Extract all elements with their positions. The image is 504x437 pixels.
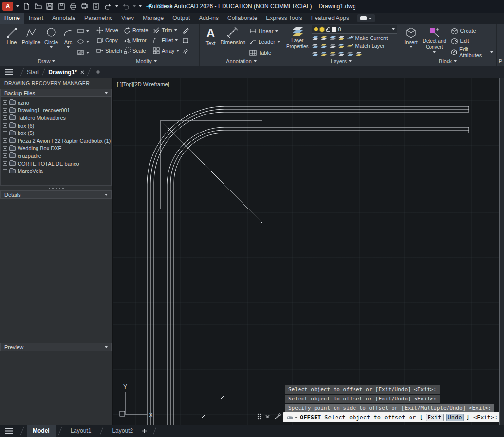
undo-caret-icon[interactable] bbox=[115, 5, 118, 7]
tree-item[interactable]: CORTE TOTAL DE banco bbox=[1, 160, 111, 168]
command-option-undo[interactable]: Undo bbox=[446, 414, 464, 421]
tree-item[interactable]: Pieza 2 Avion F22 Raptor Cardbotix (1) bbox=[1, 137, 111, 145]
detect-convert-tool[interactable]: Detect and Convert bbox=[420, 25, 449, 57]
share-label[interactable]: Share bbox=[157, 3, 173, 10]
layer-unlock-icon[interactable] bbox=[329, 43, 336, 49]
layer-on-all-icon[interactable] bbox=[338, 43, 345, 49]
tab-manage[interactable]: Manage bbox=[138, 13, 168, 24]
tab-drawing1[interactable]: Drawing1* bbox=[48, 69, 84, 76]
layout-menu-icon[interactable] bbox=[0, 428, 18, 434]
layer-thaw-all-icon[interactable] bbox=[320, 43, 327, 49]
edit-attributes-tool[interactable]: Edit Attributes bbox=[451, 47, 493, 57]
rectangle-tool[interactable] bbox=[77, 26, 89, 36]
open-folder-icon[interactable] bbox=[34, 2, 42, 11]
make-current-tool[interactable]: Make Current bbox=[347, 35, 388, 41]
save-icon[interactable] bbox=[45, 2, 54, 11]
layer-merge-icon[interactable] bbox=[329, 51, 336, 57]
hatch-tool[interactable] bbox=[77, 48, 89, 57]
tree-item[interactable]: MarcoVela bbox=[1, 167, 111, 175]
expand-icon[interactable] bbox=[3, 138, 7, 143]
expand-icon[interactable] bbox=[3, 146, 7, 151]
layer-prev-icon[interactable] bbox=[347, 51, 354, 57]
tree-item[interactable]: Drawing1_recover001 bbox=[1, 107, 111, 114]
autocad-logo[interactable]: A bbox=[2, 2, 13, 11]
layer-freeze-icon[interactable] bbox=[329, 36, 336, 41]
layer-lock-tool-icon[interactable] bbox=[338, 36, 345, 41]
expand-icon[interactable] bbox=[3, 153, 7, 158]
tab-home[interactable]: Home bbox=[0, 13, 24, 24]
preview-header[interactable]: Preview bbox=[0, 343, 112, 351]
close-command-icon[interactable] bbox=[265, 415, 270, 419]
expand-icon[interactable] bbox=[3, 161, 7, 166]
tab-parametric[interactable]: Parametric bbox=[80, 13, 117, 24]
create-block-tool[interactable]: Create bbox=[451, 26, 493, 35]
layer-isolate-icon[interactable] bbox=[320, 36, 327, 41]
table-tool[interactable]: Table bbox=[249, 48, 280, 57]
tab-featured-apps[interactable]: Featured Apps bbox=[307, 13, 354, 24]
arc-caret-icon[interactable] bbox=[67, 46, 70, 48]
circle-caret-icon[interactable] bbox=[50, 46, 53, 48]
tab-add-ins[interactable]: Add-ins bbox=[194, 13, 223, 24]
polyline-tool[interactable]: Polyline bbox=[20, 25, 42, 57]
ribbon-options-button[interactable] bbox=[357, 14, 375, 22]
right-panel-sliver[interactable] bbox=[499, 78, 504, 425]
tab-layout1[interactable]: Layout1 bbox=[65, 425, 97, 437]
layer-select-combo[interactable]: 0 bbox=[312, 25, 397, 34]
linear-dimension-tool[interactable]: Linear bbox=[249, 26, 280, 36]
text-tool[interactable]: A Text bbox=[203, 25, 219, 57]
edit-block-tool[interactable]: Edit bbox=[451, 37, 493, 45]
line-tool[interactable]: Line bbox=[3, 25, 20, 57]
batch-plot-icon[interactable] bbox=[80, 2, 89, 11]
expand-icon[interactable] bbox=[3, 169, 7, 173]
mirror-tool[interactable]: Mirror bbox=[124, 35, 153, 45]
close-tab-icon[interactable] bbox=[80, 70, 84, 74]
sheet-set-icon[interactable] bbox=[92, 2, 101, 11]
dimension-tool[interactable]: Dimension bbox=[219, 25, 247, 57]
panel-layers-footer[interactable]: Layers bbox=[283, 57, 399, 66]
expand-icon[interactable] bbox=[3, 100, 7, 105]
circle-tool[interactable]: Circle bbox=[42, 25, 60, 57]
stretch-tool[interactable]: Stretch bbox=[96, 45, 124, 56]
expand-icon[interactable] bbox=[3, 131, 7, 135]
offset-tool-icon[interactable] bbox=[182, 45, 193, 56]
command-input-bar[interactable]: OFFSET Select object to offset or [ Exit… bbox=[283, 412, 504, 422]
fillet-tool[interactable]: Fillet bbox=[153, 35, 182, 45]
explode-tool-icon[interactable] bbox=[182, 35, 193, 45]
panel-annotation-footer[interactable]: Annotation bbox=[200, 57, 283, 66]
panel-modify-footer[interactable]: Modify bbox=[93, 57, 199, 66]
undo-icon[interactable] bbox=[104, 2, 112, 11]
model-space-canvas[interactable]: [-][Top][2D Wireframe] bbox=[113, 78, 504, 425]
layer-vpfreeze-icon[interactable] bbox=[320, 51, 327, 57]
tab-start[interactable]: Start bbox=[27, 69, 39, 76]
share-icon[interactable] bbox=[145, 2, 153, 11]
plot-icon[interactable] bbox=[69, 2, 77, 11]
new-layout-plus-icon[interactable] bbox=[139, 428, 150, 434]
layer-off-icon[interactable] bbox=[312, 36, 318, 41]
insert-block-tool[interactable]: Insert bbox=[402, 25, 420, 57]
details-header[interactable]: Details bbox=[0, 190, 112, 199]
palette-resize-grip[interactable] bbox=[0, 186, 112, 190]
panel-block-footer[interactable]: Block bbox=[399, 57, 496, 66]
layer-state-icon[interactable] bbox=[355, 51, 362, 57]
save-as-icon[interactable] bbox=[57, 2, 66, 11]
redo-icon[interactable] bbox=[121, 2, 130, 11]
tab-insert[interactable]: Insert bbox=[24, 13, 48, 24]
new-file-icon[interactable] bbox=[22, 2, 31, 11]
erase-tool-icon[interactable] bbox=[182, 25, 193, 35]
expand-icon[interactable] bbox=[3, 115, 7, 120]
file-tabs-menu-icon[interactable] bbox=[0, 69, 18, 75]
leader-tool[interactable]: Leader bbox=[249, 37, 280, 46]
tab-model[interactable]: Model bbox=[27, 425, 56, 437]
expand-icon[interactable] bbox=[3, 123, 7, 128]
tree-item[interactable]: Tablero Motivadores bbox=[1, 114, 111, 122]
customize-wrench-icon[interactable] bbox=[274, 413, 281, 420]
rotate-tool[interactable]: Rotate bbox=[124, 25, 153, 35]
arc-tool[interactable]: Arc bbox=[60, 25, 76, 57]
tree-item[interactable]: box (5) bbox=[1, 129, 111, 137]
match-layer-tool[interactable]: Match Layer bbox=[347, 43, 385, 49]
layer-unisolate-icon[interactable] bbox=[312, 43, 318, 49]
tab-collaborate[interactable]: Collaborate bbox=[223, 13, 261, 24]
tree-item[interactable]: Wedding Box DXF bbox=[1, 145, 111, 152]
panel-draw-footer[interactable]: Draw bbox=[0, 57, 93, 66]
ellipse-tool[interactable] bbox=[77, 37, 89, 46]
